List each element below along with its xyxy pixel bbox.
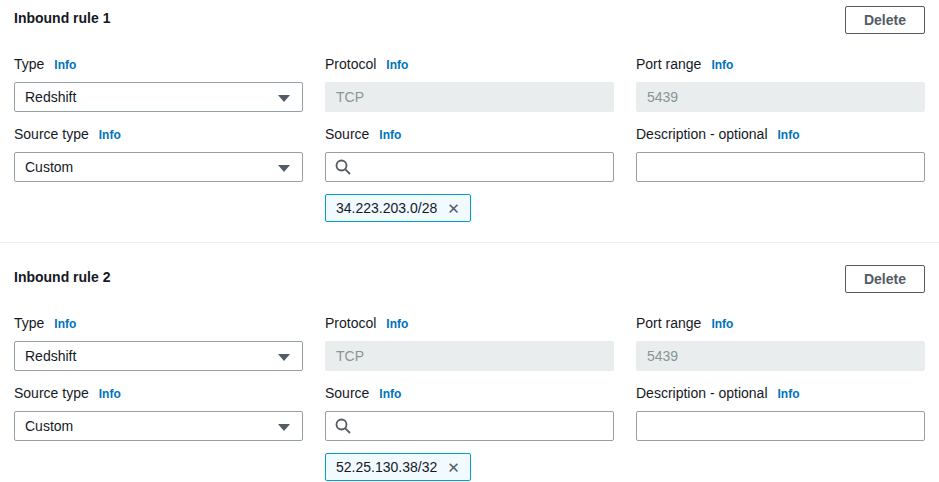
rule-fields-grid: Type Info Redshift Protocol Info	[14, 309, 925, 482]
source-label: Source	[325, 126, 369, 142]
chevron-down-icon	[278, 424, 290, 431]
rule-divider	[0, 242, 939, 243]
type-info-link[interactable]: Info	[54, 317, 76, 331]
description-info-link[interactable]: Info	[778, 387, 800, 401]
source-token-value: 34.223.203.0/28	[336, 200, 437, 216]
description-field: Description - optional Info	[636, 379, 925, 441]
rule-title: Inbound rule 2	[14, 269, 110, 285]
rule-header: Inbound rule 2 Delete	[14, 265, 925, 293]
type-label: Type	[14, 56, 44, 72]
description-info-link[interactable]: Info	[778, 128, 800, 142]
protocol-field: Protocol Info	[325, 50, 614, 112]
description-field: Description - optional Info	[636, 120, 925, 182]
delete-rule-button[interactable]: Delete	[845, 265, 925, 293]
source-info-link[interactable]: Info	[379, 387, 401, 401]
type-field: Type Info Redshift	[14, 309, 303, 371]
edit-inbound-rules-form: Inbound rule 1 Delete Type Info Redshift…	[0, 0, 939, 482]
description-label: Description - optional	[636, 385, 768, 401]
protocol-label: Protocol	[325, 56, 376, 72]
type-info-link[interactable]: Info	[54, 58, 76, 72]
source-token: 34.223.203.0/28 ✕	[325, 194, 471, 222]
rule-fields-grid: Type Info Redshift Protocol Info	[14, 50, 925, 230]
source-type-select[interactable]: Custom	[14, 411, 303, 441]
port-range-input	[636, 82, 925, 112]
protocol-field: Protocol Info	[325, 309, 614, 371]
source-info-link[interactable]: Info	[379, 128, 401, 142]
source-label: Source	[325, 385, 369, 401]
protocol-info-link[interactable]: Info	[386, 317, 408, 331]
source-type-label: Source type	[14, 385, 89, 401]
port-range-field: Port range Info	[636, 309, 925, 371]
chevron-down-icon	[278, 354, 290, 361]
port-range-field: Port range Info	[636, 50, 925, 112]
protocol-info-link[interactable]: Info	[386, 58, 408, 72]
source-type-info-link[interactable]: Info	[99, 128, 121, 142]
description-input[interactable]	[636, 152, 925, 182]
description-input[interactable]	[636, 411, 925, 441]
inbound-rule-2-section: Inbound rule 2 Delete Type Info Redshift…	[14, 265, 925, 482]
port-range-label: Port range	[636, 56, 701, 72]
port-range-input	[636, 341, 925, 371]
source-type-select-value: Custom	[25, 418, 73, 434]
port-range-info-link[interactable]: Info	[711, 317, 733, 331]
type-select-value: Redshift	[25, 348, 76, 364]
token-dismiss-icon[interactable]: ✕	[443, 460, 464, 475]
source-field: Source Info 34.223.203.0/28 ✕	[325, 120, 614, 222]
rule-title: Inbound rule 1	[14, 10, 110, 26]
type-select-value: Redshift	[25, 89, 76, 105]
source-type-select-value: Custom	[25, 159, 73, 175]
port-range-label: Port range	[636, 315, 701, 331]
protocol-input	[325, 341, 614, 371]
protocol-label: Protocol	[325, 315, 376, 331]
inbound-rule-1-section: Inbound rule 1 Delete Type Info Redshift…	[14, 6, 925, 230]
source-field: Source Info 52.25.130.38/32 ✕	[325, 379, 614, 481]
chevron-down-icon	[278, 165, 290, 172]
source-search-input[interactable]	[325, 152, 614, 182]
protocol-input	[325, 82, 614, 112]
description-label: Description - optional	[636, 126, 768, 142]
type-field: Type Info Redshift	[14, 50, 303, 112]
source-type-field: Source type Info Custom	[14, 120, 303, 182]
source-search-input[interactable]	[325, 411, 614, 441]
type-select[interactable]: Redshift	[14, 82, 303, 112]
source-type-info-link[interactable]: Info	[99, 387, 121, 401]
source-token: 52.25.130.38/32 ✕	[325, 453, 471, 481]
type-label: Type	[14, 315, 44, 331]
type-select[interactable]: Redshift	[14, 341, 303, 371]
delete-rule-button[interactable]: Delete	[845, 6, 925, 34]
source-type-select[interactable]: Custom	[14, 152, 303, 182]
chevron-down-icon	[278, 95, 290, 102]
port-range-info-link[interactable]: Info	[711, 58, 733, 72]
source-token-value: 52.25.130.38/32	[336, 459, 437, 475]
rule-header: Inbound rule 1 Delete	[14, 6, 925, 34]
source-type-label: Source type	[14, 126, 89, 142]
token-dismiss-icon[interactable]: ✕	[443, 201, 464, 216]
source-type-field: Source type Info Custom	[14, 379, 303, 441]
